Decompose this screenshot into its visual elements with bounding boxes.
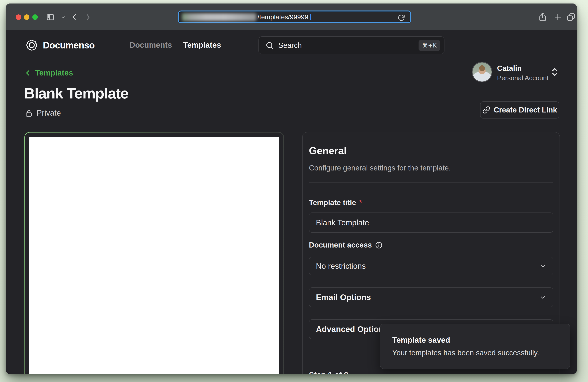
nav-templates[interactable]: Templates bbox=[183, 41, 221, 49]
close-window-button[interactable] bbox=[16, 14, 21, 20]
address-bar[interactable]: /templates/99999 bbox=[178, 11, 411, 23]
user-avatar[interactable] bbox=[473, 62, 492, 81]
search-shortcut-badge: ⌘+K bbox=[419, 40, 440, 51]
chevron-left-icon bbox=[24, 69, 32, 77]
template-title-label: Template title * bbox=[309, 198, 362, 207]
toast-title: Template saved bbox=[392, 336, 558, 344]
breadcrumb[interactable]: Templates bbox=[24, 69, 73, 77]
visibility-label: Private bbox=[37, 109, 61, 117]
create-direct-link-button[interactable]: Create Direct Link bbox=[480, 101, 559, 118]
required-asterisk: * bbox=[359, 198, 362, 207]
user-menu[interactable]: Catalin Personal Account bbox=[497, 64, 549, 82]
sidebar-toggle-icon[interactable] bbox=[46, 13, 55, 21]
account-selector-icon[interactable] bbox=[550, 66, 560, 78]
back-button[interactable] bbox=[71, 12, 78, 22]
search-icon bbox=[266, 41, 274, 49]
advanced-options-label: Advanced Options bbox=[316, 325, 388, 334]
toolbar-divider bbox=[57, 13, 57, 21]
address-bar-field[interactable]: /templates/99999 bbox=[179, 12, 410, 22]
share-icon[interactable] bbox=[538, 12, 547, 22]
document-access-select[interactable]: No restrictions bbox=[309, 257, 553, 275]
document-access-value: No restrictions bbox=[316, 262, 366, 270]
user-account-type: Personal Account bbox=[497, 74, 549, 82]
breadcrumb-label[interactable]: Templates bbox=[35, 69, 73, 77]
minimize-window-button[interactable] bbox=[24, 14, 29, 20]
forward-button[interactable] bbox=[84, 12, 91, 22]
text-caret bbox=[310, 14, 311, 20]
toast-notification: Template saved Your templates has been s… bbox=[380, 324, 570, 369]
card-description: Configure general settings for the templ… bbox=[309, 164, 451, 172]
nav-documents[interactable]: Documents bbox=[129, 41, 172, 49]
refresh-icon[interactable] bbox=[398, 14, 405, 22]
chevron-down-icon bbox=[539, 263, 546, 269]
brand-name: Documenso bbox=[43, 40, 95, 51]
card-divider bbox=[309, 182, 553, 183]
document-preview-frame bbox=[24, 132, 284, 374]
card-title: General bbox=[309, 145, 347, 156]
lock-icon bbox=[25, 109, 33, 117]
step-indicator: Step 1 of 2 bbox=[309, 370, 348, 374]
new-tab-icon[interactable] bbox=[553, 13, 562, 21]
visibility-status: Private bbox=[25, 109, 61, 117]
document-page[interactable] bbox=[29, 137, 279, 374]
zoom-window-button[interactable] bbox=[32, 14, 38, 20]
app-header: Documenso Documents Templates Search ⌘+K… bbox=[6, 30, 577, 60]
brand[interactable]: Documenso bbox=[25, 38, 95, 52]
address-bar-path[interactable]: /templates/99999 bbox=[257, 13, 308, 21]
email-options-accordion[interactable]: Email Options bbox=[309, 287, 553, 307]
user-name: Catalin bbox=[497, 64, 549, 73]
documenso-logo-icon bbox=[25, 38, 39, 52]
template-title-input[interactable] bbox=[309, 212, 553, 233]
browser-toolbar: /templates/99999 bbox=[6, 3, 577, 30]
desktop: /templates/99999 bbox=[0, 0, 588, 382]
sidebar-chevron-down-icon[interactable] bbox=[61, 15, 66, 19]
search-placeholder: Search bbox=[278, 41, 419, 50]
search-bar[interactable]: Search ⌘+K bbox=[258, 36, 444, 54]
link-icon bbox=[483, 106, 490, 114]
chevron-down-icon bbox=[539, 294, 546, 301]
email-options-label: Email Options bbox=[316, 293, 371, 302]
document-access-label: Document access bbox=[309, 241, 383, 249]
create-direct-link-label: Create Direct Link bbox=[494, 106, 557, 114]
browser-window: /templates/99999 bbox=[6, 3, 577, 374]
address-bar-blurred-host bbox=[182, 13, 256, 21]
tab-overview-icon[interactable] bbox=[566, 12, 576, 22]
toast-message: Your templates has been saved successful… bbox=[392, 349, 558, 357]
page-title: Blank Template bbox=[24, 85, 128, 102]
info-icon[interactable] bbox=[375, 241, 383, 249]
